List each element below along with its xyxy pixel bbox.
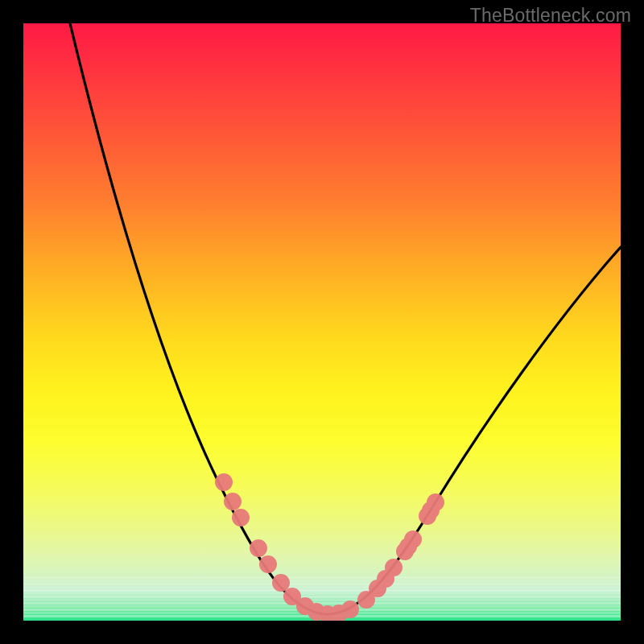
chart-svg bbox=[23, 23, 621, 621]
svg-point-2 bbox=[232, 509, 250, 526]
svg-point-0 bbox=[215, 473, 233, 491]
bottleneck-curve bbox=[70, 23, 621, 614]
svg-point-21 bbox=[427, 493, 444, 511]
svg-point-18 bbox=[404, 530, 422, 548]
svg-point-3 bbox=[250, 539, 267, 557]
plot-area bbox=[23, 23, 621, 621]
svg-point-4 bbox=[259, 555, 277, 573]
outer-frame: TheBottleneck.com bbox=[0, 0, 644, 644]
svg-point-5 bbox=[272, 574, 290, 592]
svg-point-15 bbox=[385, 559, 402, 576]
marker-group bbox=[215, 473, 444, 621]
svg-point-1 bbox=[224, 493, 242, 510]
svg-point-11 bbox=[341, 601, 359, 618]
watermark-text: TheBottleneck.com bbox=[470, 5, 631, 27]
